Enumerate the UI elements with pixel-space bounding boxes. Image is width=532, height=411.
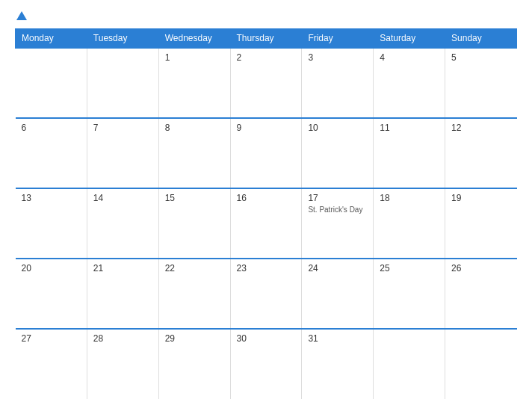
- calendar-page: Monday Tuesday Wednesday Thursday Friday…: [0, 0, 532, 411]
- calendar-day-cell: 20: [16, 259, 87, 329]
- day-number: 17: [308, 193, 367, 203]
- day-number: 24: [308, 263, 367, 274]
- col-monday: Monday: [16, 29, 87, 49]
- calendar-day-cell: 5: [445, 48, 517, 118]
- day-number: 22: [165, 263, 224, 274]
- calendar-day-cell: 21: [87, 259, 158, 329]
- day-number: 1: [165, 52, 224, 63]
- calendar-day-cell: [445, 329, 517, 399]
- calendar-day-cell: [374, 329, 445, 399]
- col-wednesday: Wednesday: [158, 29, 230, 49]
- day-number: 3: [308, 52, 367, 63]
- calendar-day-cell: 10: [302, 118, 374, 188]
- calendar-table: Monday Tuesday Wednesday Thursday Friday…: [15, 28, 517, 399]
- calendar-day-cell: 2: [230, 48, 302, 118]
- calendar-day-cell: 6: [16, 118, 87, 188]
- day-number: 21: [93, 263, 152, 274]
- calendar-day-cell: 13: [16, 188, 87, 259]
- day-number: 20: [22, 263, 81, 274]
- calendar-day-cell: 17St. Patrick's Day: [302, 188, 374, 259]
- calendar-day-cell: 1: [158, 48, 230, 118]
- calendar-day-cell: 29: [158, 329, 230, 399]
- logo: [15, 12, 27, 21]
- calendar-day-cell: 31: [302, 329, 374, 399]
- calendar-day-cell: 30: [230, 329, 302, 399]
- day-number: 5: [451, 52, 510, 63]
- day-number: 6: [22, 123, 81, 133]
- calendar-week-row: 12345: [16, 48, 517, 118]
- day-number: 16: [237, 193, 296, 203]
- calendar-day-cell: 24: [302, 259, 374, 329]
- day-number: 11: [380, 123, 439, 133]
- calendar-day-cell: 16: [230, 188, 302, 259]
- day-number: 31: [308, 333, 367, 344]
- calendar-day-cell: 26: [445, 259, 517, 329]
- calendar-day-cell: 14: [87, 188, 158, 259]
- header: [15, 12, 517, 21]
- calendar-week-row: 1314151617St. Patrick's Day1819: [16, 188, 517, 259]
- calendar-day-cell: 18: [374, 188, 445, 259]
- day-number: 18: [380, 193, 439, 203]
- calendar-day-cell: 9: [230, 118, 302, 188]
- day-number: 8: [165, 123, 224, 133]
- day-number: 9: [237, 123, 296, 133]
- day-number: 29: [165, 333, 224, 344]
- day-number: 26: [451, 263, 510, 274]
- day-number: 28: [93, 333, 152, 344]
- calendar-week-row: 6789101112: [16, 118, 517, 188]
- calendar-day-cell: 28: [87, 329, 158, 399]
- col-thursday: Thursday: [230, 29, 302, 49]
- day-number: 12: [451, 123, 510, 133]
- day-event: St. Patrick's Day: [308, 206, 367, 214]
- day-number: 14: [93, 193, 152, 203]
- calendar-week-row: 20212223242526: [16, 259, 517, 329]
- weekday-header-row: Monday Tuesday Wednesday Thursday Friday…: [16, 29, 517, 49]
- day-number: 4: [380, 52, 439, 63]
- calendar-day-cell: 11: [374, 118, 445, 188]
- calendar-day-cell: 23: [230, 259, 302, 329]
- calendar-day-cell: 22: [158, 259, 230, 329]
- day-number: 10: [308, 123, 367, 133]
- col-friday: Friday: [302, 29, 374, 49]
- day-number: 30: [237, 333, 296, 344]
- calendar-week-row: 2728293031: [16, 329, 517, 399]
- calendar-body: 1234567891011121314151617St. Patrick's D…: [16, 48, 517, 399]
- calendar-day-cell: [16, 48, 87, 118]
- calendar-day-cell: 15: [158, 188, 230, 259]
- calendar-day-cell: 19: [445, 188, 517, 259]
- calendar-day-cell: 4: [374, 48, 445, 118]
- col-saturday: Saturday: [374, 29, 445, 49]
- calendar-day-cell: 12: [445, 118, 517, 188]
- calendar-day-cell: 8: [158, 118, 230, 188]
- day-number: 27: [22, 333, 81, 344]
- calendar-day-cell: 27: [16, 329, 87, 399]
- day-number: 15: [165, 193, 224, 203]
- calendar-day-cell: 7: [87, 118, 158, 188]
- calendar-day-cell: [87, 48, 158, 118]
- calendar-day-cell: 3: [302, 48, 374, 118]
- day-number: 13: [22, 193, 81, 203]
- day-number: 25: [380, 263, 439, 274]
- day-number: 2: [237, 52, 296, 63]
- logo-triangle-icon: [16, 11, 27, 20]
- col-tuesday: Tuesday: [87, 29, 158, 49]
- calendar-day-cell: 25: [374, 259, 445, 329]
- col-sunday: Sunday: [445, 29, 517, 49]
- day-number: 19: [451, 193, 510, 203]
- day-number: 23: [237, 263, 296, 274]
- day-number: 7: [93, 123, 152, 133]
